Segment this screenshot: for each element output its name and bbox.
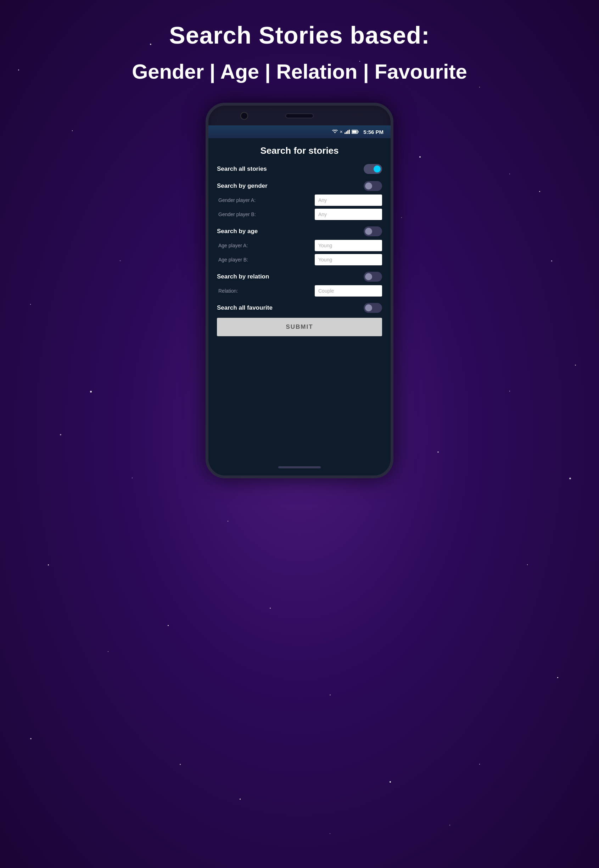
toggle-thumb-gender [365, 182, 372, 189]
star-8 [539, 191, 540, 192]
search-by-gender-toggle[interactable] [364, 181, 382, 191]
search-by-relation-row: Search by relation [217, 272, 382, 282]
star-14 [30, 738, 32, 739]
star-21 [239, 799, 241, 800]
signal-bar-2 [346, 131, 347, 134]
star-extra-8 [575, 365, 576, 366]
phone-dot-1 [356, 113, 358, 116]
search-by-gender-label: Search by gender [217, 182, 268, 189]
wifi-icon [332, 130, 338, 134]
phone-speaker [285, 113, 314, 118]
header-section: Search Stories based: Gender | Age | Rel… [0, 21, 599, 83]
search-by-relation-toggle[interactable] [364, 272, 382, 282]
status-bar: ✕ 5:56 PM [208, 125, 391, 138]
age-player-b-label: Age player B: [218, 257, 248, 263]
star-24 [449, 825, 450, 826]
star-extra-2 [437, 451, 439, 453]
star-1 [72, 131, 73, 131]
search-all-stories-label: Search all stories [217, 165, 267, 173]
age-player-a-input[interactable] [315, 240, 382, 251]
svg-marker-0 [334, 132, 336, 133]
search-all-stories-row: Search all stories [217, 164, 382, 174]
star-23 [390, 781, 391, 782]
search-all-favourite-toggle[interactable] [364, 303, 382, 313]
phone-body: ✕ 5:56 PM Sea [206, 103, 393, 478]
phone-dot-2 [360, 113, 362, 116]
age-player-b-input[interactable] [315, 254, 382, 265]
gender-player-b-label: Gender player B: [218, 212, 256, 217]
search-by-age-row: Search by age [217, 227, 382, 236]
status-icons: ✕ 5:56 PM [332, 129, 384, 135]
gender-player-a-row: Gender player A: [217, 195, 382, 206]
signal-icon [345, 130, 350, 134]
relation-row: Relation: [217, 285, 382, 297]
battery-icon [352, 130, 359, 134]
signal-bar-3 [347, 131, 348, 134]
relation-label: Relation: [218, 288, 238, 294]
gender-player-a-input[interactable] [315, 195, 382, 206]
screen-content: Search for stories Search all stories Se… [208, 138, 391, 476]
main-title: Search Stories based: [0, 21, 599, 49]
screen-inner: Search for stories Search all stories Se… [208, 138, 391, 343]
phone-mockup: ✕ 5:56 PM Sea [206, 103, 393, 478]
svg-rect-3 [352, 131, 357, 133]
star-6 [419, 156, 421, 158]
phone-dots [356, 113, 362, 116]
status-time: 5:56 PM [363, 129, 384, 135]
star-15 [551, 260, 552, 261]
phone-camera [240, 112, 248, 120]
toggle-thumb-favourite [365, 304, 372, 311]
star-27 [270, 608, 271, 609]
search-by-relation-label: Search by relation [217, 273, 269, 280]
star-extra-5 [120, 260, 120, 261]
gender-player-b-row: Gender player B: [217, 209, 382, 220]
toggle-thumb-all-stories [373, 165, 381, 173]
star-extra-3 [227, 521, 228, 521]
age-player-a-row: Age player A: [217, 240, 382, 251]
submit-button[interactable]: SUBMIT [217, 318, 382, 336]
star-22 [330, 833, 330, 834]
phone-home-indicator [278, 466, 321, 469]
gender-player-a-label: Gender player A: [218, 197, 256, 203]
sub-title: Gender | Age | Relation | Favourite [0, 60, 599, 83]
star-9 [30, 304, 31, 305]
x-icon: ✕ [340, 130, 343, 134]
toggle-thumb-age [365, 228, 372, 235]
star-13 [108, 651, 108, 652]
star-extra-10 [168, 625, 169, 626]
star-18 [527, 565, 528, 565]
star-7 [479, 87, 480, 87]
search-by-age-label: Search by age [217, 228, 258, 235]
star-10 [90, 391, 92, 392]
search-by-gender-row: Search by gender [217, 181, 382, 191]
star-extra-6 [60, 434, 61, 436]
star-19 [557, 677, 558, 678]
search-all-stories-toggle[interactable] [364, 164, 382, 174]
star-20 [479, 764, 480, 764]
age-player-b-row: Age player B: [217, 254, 382, 265]
toggle-thumb-relation [365, 273, 372, 280]
screen-title: Search for stories [217, 145, 382, 156]
signal-bar-4 [349, 130, 350, 134]
signal-bar-1 [345, 132, 346, 134]
search-all-favourite-label: Search all favourite [217, 304, 272, 311]
star-extra-4 [330, 694, 331, 695]
star-25 [180, 764, 181, 765]
search-by-age-toggle[interactable] [364, 227, 382, 236]
relation-input[interactable] [315, 285, 382, 297]
gender-player-b-input[interactable] [315, 209, 382, 220]
star-extra-7 [509, 174, 510, 174]
star-16 [509, 391, 510, 392]
star-11 [132, 478, 132, 478]
star-17 [569, 478, 571, 479]
search-all-favourite-row: Search all favourite [217, 303, 382, 313]
svg-rect-2 [358, 131, 359, 133]
star-12 [48, 565, 49, 565]
age-player-a-label: Age player A: [218, 243, 248, 248]
star-extra-11 [401, 217, 402, 218]
